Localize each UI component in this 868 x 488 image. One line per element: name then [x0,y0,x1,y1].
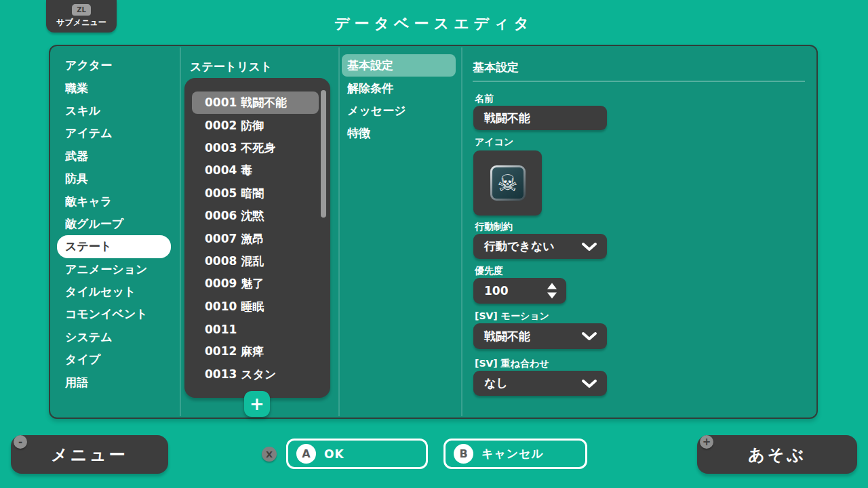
x-button-icon: X [262,447,277,462]
state-list-item-label: 0010 睡眠 [205,299,264,314]
sidebar-item-label: タイプ [65,352,100,367]
add-state-button[interactable]: + [244,391,270,417]
menu-button-label: メニュー [51,444,128,466]
b-button-icon: B [454,444,473,464]
priority-value: 100 [484,284,509,298]
plus-button-icon: + [700,435,713,449]
skull-crossbones-icon: ☠ [490,165,526,201]
sidebar-item[interactable]: システム [57,326,171,348]
spinner-arrows-icon[interactable] [547,283,557,299]
sidebar-item-label: タイルセット [65,284,136,300]
state-list-item-label: 0009 魅了 [205,276,264,291]
sidebar-item-label: 用語 [65,375,88,390]
basic-settings-form: 基本設定 名前 戦闘不能 アイコン ☠ 行動制約 行動できない [461,46,819,418]
cancel-button[interactable]: B キャンセル [443,439,587,469]
settings-tab-label: 基本設定 [347,58,393,73]
sidebar-item-label: アクター [65,58,112,73]
sidebar-item-label: 職業 [65,81,88,96]
name-value: 戦闘不能 [484,110,530,126]
ok-button-label: OK [324,447,344,461]
sidebar-item[interactable]: タイプ [57,348,171,371]
scrollbar[interactable] [321,90,326,218]
state-list-item[interactable]: 0009 魅了 [192,272,319,295]
sv-motion-label: [SV] モーション [475,310,549,323]
state-list-item-label: 0004 毒 [205,163,252,178]
restriction-value: 行動できない [484,239,555,254]
state-list-title: ステートリスト [190,59,272,75]
a-button-icon: A [296,444,316,464]
sidebar-item[interactable]: 職業 [57,77,171,99]
state-list-item[interactable]: 0005 暗闇 [192,182,319,205]
state-list-item[interactable]: 0003 不死身 [192,137,319,159]
chevron-down-icon [581,331,597,341]
sidebar-item-label: 敵キャラ [65,194,112,209]
state-list-item[interactable]: 0002 防御 [192,114,319,136]
priority-stepper[interactable]: 100 [473,278,566,304]
cancel-button-label: キャンセル [481,446,544,462]
state-list-item[interactable]: 0006 沈黙 [192,205,319,227]
sidebar-item-label: 防具 [65,171,88,186]
sidebar-item[interactable]: 敵キャラ [57,190,171,212]
state-list-item[interactable]: 0011 [192,318,319,340]
sidebar-item[interactable]: ステート [57,235,171,258]
state-list-item-label: 0002 防御 [205,118,264,134]
sidebar-item[interactable]: コモンイベント [57,303,171,325]
chevron-down-icon [581,379,597,388]
page-title: データベースエディタ [0,14,868,34]
state-list-item[interactable]: 0004 毒 [192,159,319,182]
settings-tab-list: 基本設定解除条件メッセージ特徴 [338,46,461,145]
sv-overlay-dropdown[interactable]: なし [473,371,607,396]
play-button[interactable]: あそぶ [697,435,857,474]
database-panel: アクター職業スキルアイテム武器防具敵キャラ敵グループステートアニメーションタイル… [49,45,818,419]
state-list-item[interactable]: 0001 戦闘不能 [192,92,319,114]
play-button-label: あそぶ [748,444,806,466]
sidebar-item[interactable]: アイテム [57,122,171,144]
menu-button[interactable]: メニュー [11,435,168,474]
sv-motion-dropdown[interactable]: 戦闘不能 [473,323,607,349]
sidebar-item[interactable]: スキル [57,100,171,122]
icon-picker[interactable]: ☠ [473,150,542,216]
sv-overlay-value: なし [484,375,508,391]
state-list-item-label: 0005 暗闇 [205,186,264,201]
sidebar-item[interactable]: 武器 [57,145,171,167]
sidebar-item[interactable]: 防具 [57,167,171,190]
ok-button[interactable]: A OK [286,439,428,469]
settings-tab-label: 解除条件 [347,81,393,96]
sidebar-item-label: アニメーション [65,262,147,277]
name-input[interactable]: 戦闘不能 [473,106,607,130]
state-list-item-label: 0013 スタン [205,367,276,382]
settings-tab[interactable]: 特徴 [342,122,456,144]
settings-tab[interactable]: 解除条件 [342,77,456,99]
settings-tab-label: メッセージ [347,103,406,119]
sidebar-item-label: 敵グループ [65,216,123,232]
form-separator [473,81,805,82]
state-list-item[interactable]: 0012 麻痺 [192,340,319,363]
sidebar-item[interactable]: アニメーション [57,258,171,281]
sidebar-item-label: コモンイベント [65,306,148,322]
sidebar-item-label: ステート [65,239,112,254]
state-list-item[interactable]: 0010 睡眠 [192,296,319,318]
state-list-item-label: 0012 麻痺 [205,344,264,359]
column-divider [180,47,181,416]
sidebar-item-label: アイテム [65,125,113,141]
sidebar-item[interactable]: 用語 [57,371,171,393]
chevron-down-icon [581,242,597,251]
state-list-item[interactable]: 0008 混乱 [192,250,319,272]
database-editor-screen: ZL サブメニュー データベースエディタ アクター職業スキルアイテム武器防具敵キ… [0,0,868,488]
restriction-label: 行動制約 [475,221,513,233]
state-list-item-label: 0003 不死身 [205,140,275,156]
sidebar-item[interactable]: 敵グループ [57,213,171,235]
restriction-dropdown[interactable]: 行動できない [473,234,607,259]
settings-tab-label: 特徴 [347,125,370,141]
priority-label: 優先度 [475,265,503,277]
settings-tab[interactable]: 基本設定 [342,54,456,77]
sv-overlay-label: [SV] 重ね合わせ [475,358,549,370]
state-list-box: 0001 戦闘不能0002 防御0003 不死身0004 毒0005 暗闇000… [184,78,330,398]
state-list-item[interactable]: 0007 激昂 [192,227,319,249]
sidebar-item[interactable]: アクター [57,54,171,77]
state-list-item[interactable]: 0013 スタン [192,363,319,386]
state-list-item-label: 0011 [205,323,237,336]
state-list-item-label: 0008 混乱 [205,253,264,269]
settings-tab[interactable]: メッセージ [342,100,456,122]
sidebar-item[interactable]: タイルセット [57,281,171,303]
